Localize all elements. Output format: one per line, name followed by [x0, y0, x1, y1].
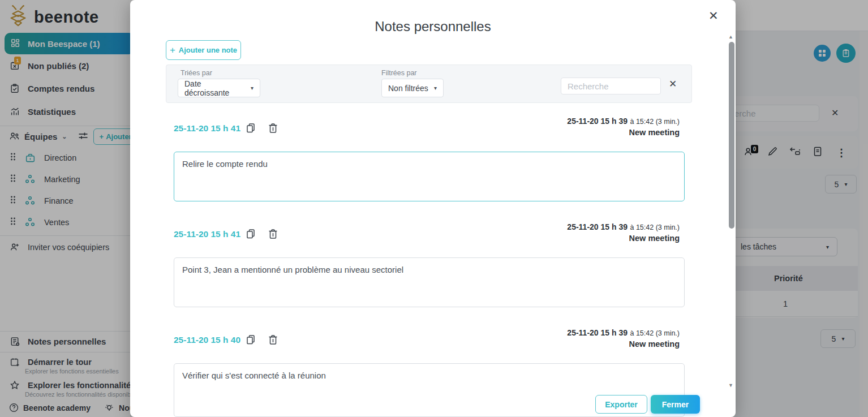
clear-search-icon[interactable]: ✕	[669, 78, 677, 90]
copy-icon[interactable]	[246, 123, 256, 134]
note-header: 25-11-20 15 h 41	[174, 229, 278, 239]
trash-icon[interactable]	[268, 123, 278, 134]
note-content-textarea[interactable]: Point 3, Jean a mentionné un problème au…	[174, 257, 685, 307]
copy-icon[interactable]	[246, 334, 256, 345]
meeting-name: New meeting	[567, 127, 680, 137]
filtered-by-label: Filtrées par	[381, 69, 417, 77]
app-screen: beenote Mon Beespace (1) 1	[0, 0, 868, 417]
filter-select[interactable]: Non filtrées ▾	[381, 79, 444, 97]
note-header: 25-11-20 15 h 41	[174, 123, 278, 134]
modal-title: Notes personnelles	[130, 19, 736, 35]
caret-down-icon: ▾	[434, 85, 437, 91]
note-meta: 25-11-20 15 h 39 à 15:42 (3 min.) New me…	[567, 116, 680, 137]
note-content-textarea[interactable]: Relire le compte rendu	[174, 152, 685, 201]
add-note-button[interactable]: + Ajouter une note	[166, 40, 241, 60]
close-modal-button[interactable]: Fermer	[651, 395, 700, 414]
plus-icon: +	[170, 45, 175, 56]
notes-filter-bar: Triées par Date décroissante ▾ Filtrées …	[166, 65, 692, 103]
sort-select[interactable]: Date décroissante ▾	[178, 79, 260, 97]
meeting-name: New meeting	[567, 233, 680, 243]
note-meta: 25-11-20 15 h 39 à 15:42 (3 min.) New me…	[567, 222, 680, 243]
trash-icon[interactable]	[268, 229, 278, 239]
personal-notes-modal: Notes personnelles ✕ + Ajouter une note …	[130, 0, 736, 417]
note-timestamp: 25-11-20 15 h 41	[174, 229, 240, 239]
modal-scrollbar-thumb[interactable]	[729, 42, 734, 229]
note-timestamp: 25-11-20 15 h 40	[174, 335, 240, 345]
meeting-name: New meeting	[567, 339, 680, 349]
export-button[interactable]: Exporter	[595, 395, 647, 414]
note-header: 25-11-20 15 h 40	[174, 334, 278, 345]
sorted-by-label: Triées par	[181, 69, 212, 77]
scroll-up-icon[interactable]: ▲	[728, 34, 733, 40]
close-icon[interactable]: ✕	[708, 9, 719, 23]
trash-icon[interactable]	[268, 334, 278, 345]
note-meta: 25-11-20 15 h 39 à 15:42 (3 min.) New me…	[567, 328, 680, 349]
copy-icon[interactable]	[246, 229, 256, 239]
caret-down-icon: ▾	[251, 85, 253, 91]
notes-search-input[interactable]	[561, 78, 661, 94]
scroll-down-icon[interactable]: ▼	[728, 382, 733, 388]
note-timestamp: 25-11-20 15 h 41	[174, 123, 240, 134]
